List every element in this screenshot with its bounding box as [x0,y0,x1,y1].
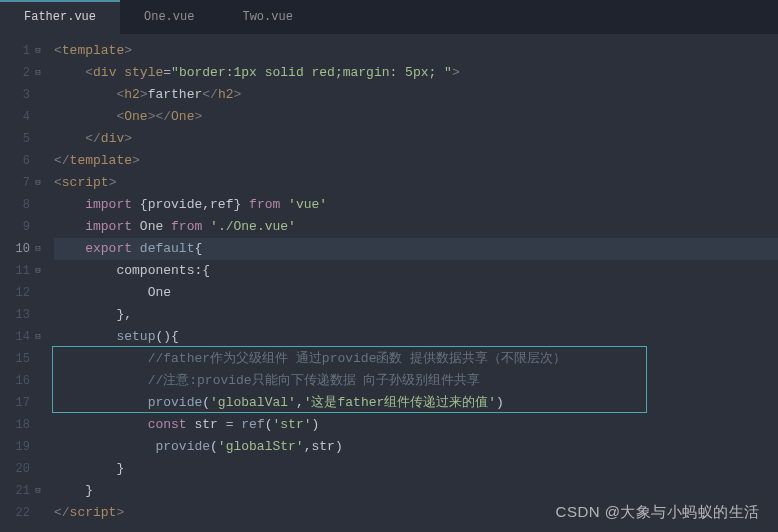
line-number: 16 [16,370,30,392]
gutter-row[interactable]: 21⊟ [0,480,48,502]
fold-icon[interactable]: ⊟ [32,238,44,260]
tab-label: One.vue [144,10,194,24]
gutter-row[interactable]: 9 [0,216,48,238]
code-line: import {provide,ref} from 'vue' [54,194,778,216]
gutter-row[interactable]: 2⊟ [0,62,48,84]
gutter-row[interactable]: 11⊟ [0,260,48,282]
gutter-row[interactable]: 5 [0,128,48,150]
line-number: 2 [23,62,30,84]
code-line: <One></One> [54,106,778,128]
line-number: 22 [16,502,30,524]
line-number: 6 [23,150,30,172]
fold-icon[interactable]: ⊟ [32,326,44,348]
line-number: 14 [16,326,30,348]
gutter-row[interactable]: 4 [0,106,48,128]
code-line: <script> [54,172,778,194]
gutter-row[interactable]: 8 [0,194,48,216]
line-number: 5 [23,128,30,150]
tab-father-vue[interactable]: Father.vue [0,0,120,34]
gutter-row[interactable]: 15 [0,348,48,370]
line-number: 12 [16,282,30,304]
code-line: const str = ref('str') [54,414,778,436]
gutter-row[interactable]: 14⊟ [0,326,48,348]
fold-icon[interactable]: ⊟ [32,40,44,62]
gutter-row[interactable]: 16 [0,370,48,392]
fold-icon[interactable]: ⊟ [32,172,44,194]
code-line: }, [54,304,778,326]
gutter-row[interactable]: 6 [0,150,48,172]
line-number: 15 [16,348,30,370]
line-number: 10 [16,238,30,260]
gutter-row[interactable]: 17 [0,392,48,414]
code-line: <h2>farther</h2> [54,84,778,106]
code-line: </div> [54,128,778,150]
gutter-row[interactable]: 1⊟ [0,40,48,62]
code-line: components:{ [54,260,778,282]
line-number: 18 [16,414,30,436]
code-line: </template> [54,150,778,172]
code-line: export default{ [54,238,778,260]
fold-icon[interactable]: ⊟ [32,480,44,502]
gutter-row[interactable]: 22 [0,502,48,524]
tab-two-vue[interactable]: Two.vue [218,0,316,34]
code-line: One [54,282,778,304]
line-number: 11 [16,260,30,282]
gutter-row[interactable]: 7⊟ [0,172,48,194]
line-number: 21 [16,480,30,502]
line-number: 3 [23,84,30,106]
line-number: 4 [23,106,30,128]
gutter-row[interactable]: 20 [0,458,48,480]
code-line: setup(){ [54,326,778,348]
gutter-row[interactable]: 13 [0,304,48,326]
tab-bar: Father.vue One.vue Two.vue [0,0,778,34]
line-number: 7 [23,172,30,194]
fold-icon[interactable]: ⊟ [32,260,44,282]
line-number: 19 [16,436,30,458]
code-line: } [54,480,778,502]
tab-one-vue[interactable]: One.vue [120,0,218,34]
line-number: 1 [23,40,30,62]
gutter-row[interactable]: 18 [0,414,48,436]
line-number: 9 [23,216,30,238]
line-number: 13 [16,304,30,326]
gutter-row[interactable]: 12 [0,282,48,304]
line-number: 17 [16,392,30,414]
fold-icon[interactable]: ⊟ [32,62,44,84]
code-line: } [54,458,778,480]
code-line: import One from './One.vue' [54,216,778,238]
editor: 1⊟ 2⊟ 3 4 5 6 7⊟ 8 9 10⊟ 11⊟ 12 13 14⊟ 1… [0,34,778,532]
code-area[interactable]: <template> <div style="border:1px solid … [48,34,778,532]
code-line: //注意:provide只能向下传递数据 向子孙级别组件共享 [54,370,778,392]
gutter-row[interactable]: 10⊟ [0,238,48,260]
tab-label: Two.vue [242,10,292,24]
code-line: provide('globalVal','这是father组件传递过来的值') [54,392,778,414]
watermark: CSDN @大象与小蚂蚁的生活 [556,503,760,522]
code-line: <div style="border:1px solid red;margin:… [54,62,778,84]
code-line: provide('globalStr',str) [54,436,778,458]
gutter: 1⊟ 2⊟ 3 4 5 6 7⊟ 8 9 10⊟ 11⊟ 12 13 14⊟ 1… [0,34,48,532]
code-line: //father作为父级组件 通过provide函数 提供数据共享（不限层次） [54,348,778,370]
line-number: 8 [23,194,30,216]
gutter-row[interactable]: 19 [0,436,48,458]
gutter-row[interactable]: 3 [0,84,48,106]
tab-label: Father.vue [24,10,96,24]
line-number: 20 [16,458,30,480]
code-line: <template> [54,40,778,62]
